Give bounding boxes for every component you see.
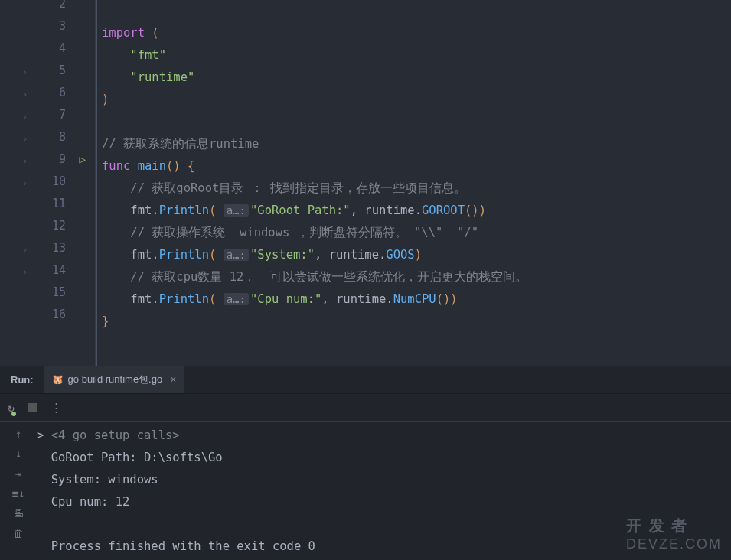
code-line[interactable]: "runtime": [102, 67, 527, 89]
line-number[interactable]: 9: [59, 152, 66, 166]
fold-chevron-icon[interactable]: ›: [23, 179, 28, 187]
code-line[interactable]: ): [102, 89, 527, 111]
code-line[interactable]: fmt.Println( a…:"System:", runtime.GOOS): [102, 244, 527, 266]
console-line: System: windows: [37, 469, 731, 491]
fold-chevron-icon[interactable]: ›: [23, 268, 28, 276]
line-number[interactable]: 11: [52, 197, 66, 210]
console-line: GoRoot Path: D:\softs\Go: [37, 447, 731, 469]
line-number[interactable]: 3: [59, 19, 66, 33]
line-number[interactable]: 7: [59, 108, 66, 122]
editor-area: ›››››››› 23456789▷10111213141516 import …: [0, 0, 731, 366]
indent-guide: [96, 0, 97, 366]
line-number[interactable]: 8: [59, 130, 66, 144]
trash-icon[interactable]: 🗑: [13, 527, 24, 539]
line-number[interactable]: 6: [59, 86, 66, 99]
console: ↑ ↓ ⇥ ≡↓ 🖶 🗑 > <4 go setup calls> GoRoot…: [0, 422, 731, 558]
code-line[interactable]: // 获取cpu数量 12， 可以尝试做一些系统优化，开启更大的栈空间。: [102, 266, 527, 288]
soft-wrap-icon[interactable]: ⇥: [15, 467, 21, 480]
line-number[interactable]: 15: [52, 285, 66, 299]
code-line[interactable]: "fmt": [102, 44, 527, 67]
console-output[interactable]: > <4 go setup calls> GoRoot Path: D:\sof…: [37, 422, 731, 558]
run-toolbar: ↻ ⋮: [0, 394, 731, 422]
code-line[interactable]: // 获取goRoot目录 ： 找到指定目录，存放一些项目信息。: [102, 177, 527, 200]
line-number[interactable]: 4: [59, 41, 66, 55]
close-icon[interactable]: ×: [170, 373, 176, 386]
console-line: Process finished with the exit code 0: [37, 536, 731, 558]
run-config-tab[interactable]: 🐹 go build runtime包.go ×: [44, 366, 184, 393]
line-number[interactable]: 13: [52, 241, 66, 255]
fold-chevron-icon[interactable]: ›: [23, 157, 28, 165]
code-line[interactable]: fmt.Println( a…:"Cpu num:", runtime.NumC…: [102, 288, 527, 311]
up-icon[interactable]: ↑: [15, 428, 21, 440]
print-icon[interactable]: 🖶: [13, 507, 24, 519]
code-line[interactable]: import (: [102, 22, 527, 44]
line-number[interactable]: 12: [52, 219, 66, 233]
line-number[interactable]: 10: [52, 174, 66, 188]
fold-chevron-icon[interactable]: ›: [23, 112, 28, 121]
code-area[interactable]: import ( "fmt" "runtime")// 获取系统的信息runti…: [96, 0, 527, 366]
code-line[interactable]: // 获取操作系统 windows ，判断盘符分隔符。 "\\" "/": [102, 222, 527, 244]
gutter: ›››››››› 23456789▷10111213141516: [0, 0, 96, 366]
console-line: > <4 go setup calls>: [37, 425, 731, 447]
go-icon: 🐹: [52, 374, 64, 385]
console-gutter: ↑ ↓ ⇥ ≡↓ 🖶 🗑: [0, 422, 37, 558]
line-number[interactable]: 14: [52, 263, 66, 277]
fold-column: ››››››››: [0, 0, 31, 366]
code-line[interactable]: }: [102, 311, 527, 333]
console-line: [37, 513, 731, 536]
stop-button[interactable]: [28, 403, 37, 412]
fold-chevron-icon[interactable]: ›: [23, 90, 28, 99]
line-number[interactable]: 16: [52, 308, 66, 321]
code-line[interactable]: func main() {: [102, 155, 527, 177]
scroll-to-end-icon[interactable]: ≡↓: [12, 487, 25, 500]
run-panel-tabs: Run: 🐹 go build runtime包.go ×: [0, 366, 731, 394]
fold-chevron-icon[interactable]: ›: [23, 246, 28, 254]
rerun-button[interactable]: ↻: [8, 401, 15, 415]
fold-chevron-icon[interactable]: ›: [23, 68, 28, 77]
console-line: Cpu num: 12: [37, 491, 731, 513]
line-number[interactable]: 2: [59, 0, 66, 11]
line-number[interactable]: 5: [59, 63, 66, 77]
down-icon[interactable]: ↓: [15, 448, 21, 460]
run-config-label: go build runtime包.go: [68, 373, 163, 386]
more-icon[interactable]: ⋮: [51, 401, 62, 415]
run-panel-label: Run:: [0, 374, 44, 386]
fold-chevron-icon[interactable]: ›: [23, 135, 28, 143]
code-line[interactable]: fmt.Println( a…:"GoRoot Path:", runtime.…: [102, 200, 527, 222]
code-line[interactable]: [102, 0, 527, 22]
code-line[interactable]: [102, 111, 527, 133]
code-line[interactable]: // 获取系统的信息runtime: [102, 133, 527, 155]
run-gutter-icon[interactable]: ▷: [80, 153, 86, 165]
